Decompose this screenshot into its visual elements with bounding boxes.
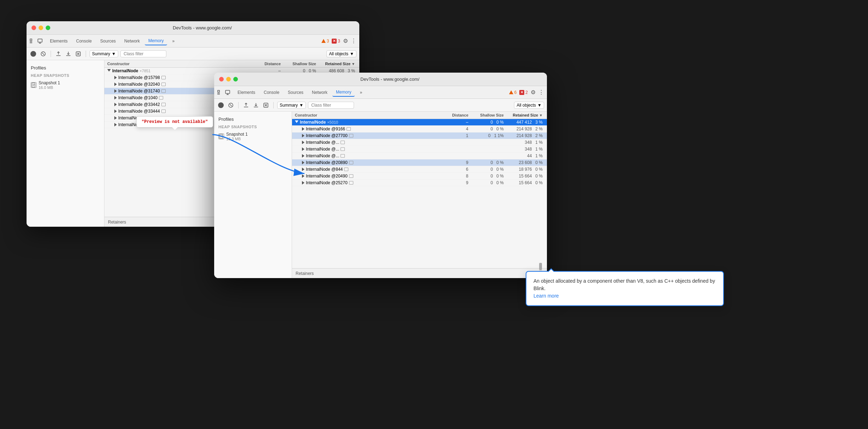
snapshot-name-1: Snapshot 1: [39, 80, 60, 85]
table-row-2-9[interactable]: InternalNode @25270 9 0 0 % 15 664 0 %: [292, 180, 547, 186]
learn-more-link[interactable]: Learn more: [533, 293, 559, 299]
expand-triangle-2-5[interactable]: [302, 154, 304, 158]
snapshot-info-2: Snapshot 1 13.3 MB: [226, 132, 248, 141]
record-btn-2[interactable]: [217, 101, 225, 109]
toolbar-2: Summary ▼ All objects ▼: [214, 99, 547, 112]
tab-sources-1[interactable]: Sources: [97, 37, 119, 45]
retainers-bar-2: Retainers: [292, 268, 547, 278]
expand-triangle-1-4[interactable]: [114, 96, 117, 100]
heap-snapshots-title-1: HEAP SNAPSHOTS: [27, 72, 104, 79]
table-row-2-6[interactable]: InternalNode @20890 9 0 0 % 23 608 0 %: [292, 159, 547, 166]
row-distance-2-8: 8: [444, 174, 473, 179]
tab-network-1[interactable]: Network: [121, 37, 143, 45]
settings-icon-1[interactable]: ⚙: [343, 38, 348, 44]
expand-triangle-2-7[interactable]: [302, 168, 304, 171]
tab-sources-2[interactable]: Sources: [284, 89, 307, 96]
expand-triangle-2-4[interactable]: [302, 147, 304, 151]
snapshot-info-1: Snapshot 1 16.0 MB: [39, 80, 60, 90]
stop-btn-1[interactable]: [39, 50, 47, 58]
table-row-2-4[interactable]: InternalNode @... 348 1 %: [292, 146, 547, 153]
window2-front: DevTools - www.google.com/ Elements Cons…: [214, 73, 547, 278]
th-shallow-2: Shallow Size: [473, 113, 508, 117]
inspect-icon-2[interactable]: [217, 90, 223, 95]
expand-triangle-1-0[interactable]: [107, 69, 111, 73]
minimize-button-1[interactable]: [39, 26, 43, 30]
all-objects-dropdown-2[interactable]: All objects ▼: [514, 102, 544, 109]
class-filter-input-2[interactable]: [308, 102, 354, 109]
snapshot-icon-2: [218, 134, 224, 139]
expand-triangle-2-2[interactable]: [302, 134, 304, 137]
table-row-2-7[interactable]: InternalNode @844 6 0 0 % 18 976 0 %: [292, 166, 547, 173]
row-shallow-2-0: 0 0 %: [473, 120, 508, 125]
gc-btn-2[interactable]: [262, 101, 270, 109]
upload-btn-2[interactable]: [242, 101, 250, 109]
tab-console-2[interactable]: Console: [260, 89, 283, 96]
th-retained-2: Retained Size ▼: [508, 113, 547, 117]
upload-btn-1[interactable]: [55, 50, 62, 58]
snapshot-item-2[interactable]: Snapshot 1 13.3 MB: [214, 130, 292, 142]
tab-icons-1: [29, 38, 43, 44]
expand-triangle-2-8[interactable]: [302, 174, 304, 178]
stop-btn-2[interactable]: [227, 101, 235, 109]
tab-console-1[interactable]: Console: [73, 37, 95, 45]
table-row-2-3[interactable]: InternalNode @... 348 1 %: [292, 139, 547, 146]
download-btn-2[interactable]: [252, 101, 260, 109]
tab-elements-1[interactable]: Elements: [46, 37, 71, 45]
expand-triangle-2-3[interactable]: [302, 141, 304, 144]
table-row-2-8[interactable]: InternalNode @20490 8 0 0 % 15 664 0 %: [292, 173, 547, 180]
record-btn-1[interactable]: [29, 50, 37, 58]
tab-more-1[interactable]: »: [169, 37, 178, 45]
table-header-2: Constructor Distance Shallow Size Retain…: [292, 112, 547, 119]
maximize-button-2[interactable]: [233, 77, 238, 81]
snapshot-item-1[interactable]: Snapshot 1 16.0 MB: [27, 79, 104, 91]
more-icon-2[interactable]: ⋮: [538, 89, 544, 96]
expand-triangle-2-0[interactable]: [295, 120, 298, 125]
download-btn-1[interactable]: [64, 50, 72, 58]
minimize-button-2[interactable]: [226, 77, 231, 81]
class-filter-input-1[interactable]: [120, 50, 166, 57]
separator-2b: [273, 102, 274, 108]
device-icon-2[interactable]: [225, 90, 230, 95]
devtools-tabs-2: Elements Console Sources Network Memory …: [214, 86, 547, 99]
expand-triangle-1-2[interactable]: [114, 83, 117, 86]
close-button-1[interactable]: [32, 26, 36, 30]
expand-triangle-1-1[interactable]: [114, 76, 117, 79]
row-constructor-2-2: InternalNode @27700: [292, 133, 444, 138]
all-objects-dropdown-1[interactable]: All objects ▼: [326, 50, 356, 57]
device-icon[interactable]: [37, 38, 43, 44]
table-row-2-2[interactable]: InternalNode @27700 1 0 1 1% 214 928 2 %: [292, 132, 547, 139]
summary-dropdown-2[interactable]: Summary ▼: [277, 102, 306, 109]
node-box-2-7: [344, 168, 348, 171]
close-button-2[interactable]: [219, 77, 224, 81]
table-row-2-0[interactable]: InternalNode ×5010 – 0 0 % 447 412 3 %: [292, 119, 547, 126]
expand-triangle-2-1[interactable]: [302, 127, 304, 131]
expand-triangle-1-7[interactable]: [114, 116, 117, 120]
expand-triangle-1-3[interactable]: [114, 89, 117, 93]
gc-btn-1[interactable]: [74, 50, 82, 58]
tab-memory-2[interactable]: Memory: [332, 88, 355, 97]
expand-triangle-1-8[interactable]: [114, 123, 117, 126]
expand-triangle-2-6[interactable]: [302, 161, 304, 164]
table-row-2-5[interactable]: InternalNode @... 44 1 %: [292, 153, 547, 159]
table-row-2-1[interactable]: InternalNode @9166 4 0 0 % 214 928 2 %: [292, 126, 547, 132]
gc-icon-2: [263, 102, 269, 108]
inspect-icon[interactable]: [29, 38, 35, 44]
snapshot-name-2: Snapshot 1: [226, 132, 248, 137]
node-name-1-4: InternalNode @1040: [118, 95, 158, 100]
tab-more-2[interactable]: »: [356, 89, 366, 96]
node-name-2-2: InternalNode @27700: [306, 133, 348, 138]
th-shallow-1: Shallow Size: [285, 62, 320, 66]
record-circle-2: [218, 102, 224, 108]
settings-icon-2[interactable]: ⚙: [531, 89, 536, 96]
tab-network-2[interactable]: Network: [308, 89, 331, 96]
more-icon-1[interactable]: ⋮: [351, 38, 356, 44]
expand-triangle-2-9[interactable]: [302, 181, 304, 185]
summary-dropdown-1[interactable]: Summary ▼: [90, 50, 118, 57]
separator-1a: [51, 51, 51, 57]
tab-memory-1[interactable]: Memory: [145, 37, 167, 45]
maximize-button-1[interactable]: [46, 26, 50, 30]
tab-elements-2[interactable]: Elements: [234, 89, 259, 96]
scrollbar-thumb-2: [539, 263, 542, 270]
expand-triangle-1-5[interactable]: [114, 103, 117, 106]
expand-triangle-1-6[interactable]: [114, 109, 117, 113]
